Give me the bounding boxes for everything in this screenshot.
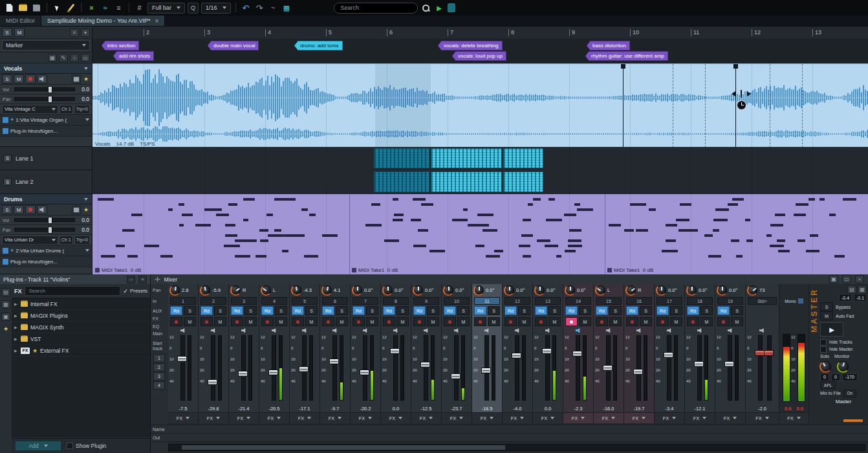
master-routing-label[interactable]: Std= [748, 297, 777, 305]
mixer-close-icon[interactable]: × [855, 275, 864, 283]
midi-note[interactable] [796, 203, 808, 206]
fx-insert-select[interactable]: FX [655, 412, 684, 423]
midi-note[interactable] [98, 198, 114, 201]
grid-icon[interactable]: ▦ [48, 54, 57, 62]
show-plugin-toggle[interactable]: Show Plugin [67, 443, 106, 449]
mute-button[interactable]: M [457, 317, 470, 326]
volume-fader[interactable] [454, 335, 459, 401]
pan-knob[interactable] [261, 285, 271, 295]
plugin-tree-item-magix-synth[interactable]: ▶MAGIX Synth [12, 322, 150, 333]
mixer-channel-10[interactable]: 0.0°10RdSM120102040-23.7FX [442, 284, 472, 423]
instrument-select[interactable]: Vita Vintage C [2, 105, 58, 114]
midi-note[interactable] [463, 208, 468, 211]
midi-note[interactable] [728, 203, 738, 206]
midi-note[interactable] [483, 229, 497, 232]
magnifier-icon[interactable]: ○ [70, 54, 79, 62]
record-button[interactable] [413, 317, 426, 326]
quantize-value-select[interactable]: 1/16 [201, 3, 231, 14]
fx-insert-select[interactable]: FX [715, 412, 745, 423]
speaker-icon[interactable] [606, 328, 612, 333]
mixer-channel-1[interactable]: 2.81RdSM120102040-7.5FX [168, 284, 199, 423]
expand-caret-icon[interactable]: ▶ [14, 313, 18, 318]
marker-flag[interactable]: bass distortion [587, 41, 630, 50]
close-icon[interactable]: × [138, 276, 147, 283]
midi-note[interactable] [537, 239, 550, 242]
channel-number[interactable]: 11 [474, 297, 500, 305]
midi-note[interactable] [731, 239, 739, 242]
midi-note[interactable] [528, 203, 533, 206]
marker-flag[interactable]: rhythm guitar: use different amp [585, 51, 668, 61]
volume-fader[interactable] [272, 335, 276, 401]
midi-note[interactable] [834, 255, 845, 258]
midi-note[interactable] [704, 234, 713, 237]
plugin-tree-item-external-fx[interactable]: ▶FX★External FX [12, 345, 150, 357]
hide-master-toggle[interactable]: hide Master [820, 346, 867, 353]
midi-note[interactable] [519, 245, 530, 247]
clip-indicators[interactable]: 0.0 0.0 [779, 404, 808, 412]
mute-button[interactable]: M [427, 317, 439, 326]
midi-note[interactable] [777, 239, 785, 242]
scrollbar-thumb[interactable] [182, 445, 505, 450]
hide-tracks-toggle[interactable]: hide Tracks [820, 338, 867, 346]
volume-fader[interactable] [424, 335, 428, 401]
pan-knob[interactable] [201, 285, 210, 295]
mute-button[interactable]: M [214, 317, 226, 326]
record-button[interactable] [353, 317, 365, 326]
mixer-setup-icon[interactable]: ▣ [829, 275, 838, 283]
midi-note[interactable] [577, 208, 593, 211]
midi-note[interactable] [569, 229, 581, 232]
midi-note[interactable] [289, 198, 296, 201]
audio-take-clip[interactable] [431, 148, 502, 168]
monitor-label[interactable]: Monitor [834, 354, 849, 359]
track-bank-3[interactable]: 3 [153, 372, 165, 381]
record-button[interactable] [444, 317, 456, 326]
mute-button[interactable]: M [14, 205, 24, 214]
marker-type-select[interactable]: Marker [2, 40, 90, 50]
mute-button[interactable]: M [244, 317, 257, 326]
range-marker-line[interactable] [735, 64, 736, 148]
playback-button[interactable]: ▶ [820, 322, 843, 337]
mixer-channel-19[interactable]: 0.0°19RdSM120102040FX [715, 284, 746, 423]
audio-take-clip[interactable] [503, 171, 543, 192]
master-mute-button[interactable]: M [820, 311, 833, 320]
read-automation-button[interactable]: Rd [444, 306, 456, 315]
fx-insert-select[interactable]: FX [624, 412, 654, 423]
midi-note[interactable] [678, 229, 691, 232]
midi-note[interactable] [724, 208, 729, 211]
volume-fader[interactable] [545, 335, 550, 401]
marker-flag[interactable]: intro section [102, 41, 139, 50]
channel-number[interactable]: 5 [292, 297, 318, 305]
midi-note[interactable] [609, 224, 621, 226]
pan-knob[interactable] [292, 285, 301, 295]
mixer-maximize-icon[interactable]: ▭ [842, 275, 851, 283]
solo-button[interactable]: S [275, 306, 287, 315]
midi-note[interactable] [568, 239, 581, 242]
arrangement-area[interactable]: 2345678910111213 intro sectionadd rim sh… [92, 27, 868, 274]
pan-knob[interactable] [383, 285, 393, 295]
midi-note[interactable] [565, 250, 576, 252]
favorite-icon[interactable]: ★ [82, 206, 90, 214]
drums-midi-clip[interactable]: MIDI Take1 0 dBMIDI Take1 0 dBMIDI Take1… [92, 194, 868, 274]
mixer-channel-6[interactable]: 4.16RdSM120102040-9.7FX [320, 284, 351, 423]
midi-note[interactable] [806, 250, 819, 252]
volume-fader[interactable] [606, 335, 611, 401]
midi-note[interactable] [210, 208, 222, 211]
plugin-slot-1[interactable]: + 2:Vita Urban Drums ( [0, 245, 92, 256]
midi-note[interactable] [255, 255, 266, 258]
lane-solo-button[interactable]: S [3, 178, 12, 186]
midi-note[interactable] [268, 234, 284, 237]
lane-solo-button[interactable]: S [3, 155, 12, 162]
channel-number[interactable]: 9 [413, 297, 439, 305]
solo-button[interactable]: S [518, 306, 530, 315]
fx-insert-select[interactable]: FX [411, 412, 441, 423]
channel-number[interactable]: 7 [353, 297, 378, 305]
mute-button[interactable]: M [670, 317, 682, 326]
volume-fader[interactable] [393, 335, 398, 401]
midi-note[interactable] [766, 234, 772, 237]
solo-button[interactable]: S [336, 306, 348, 315]
transpose-chip[interactable]: Trp=0 [74, 105, 90, 114]
channel-number[interactable]: 3 [231, 297, 257, 305]
midi-note[interactable] [794, 214, 806, 216]
midi-note[interactable] [122, 229, 135, 232]
record-button[interactable] [596, 317, 608, 326]
